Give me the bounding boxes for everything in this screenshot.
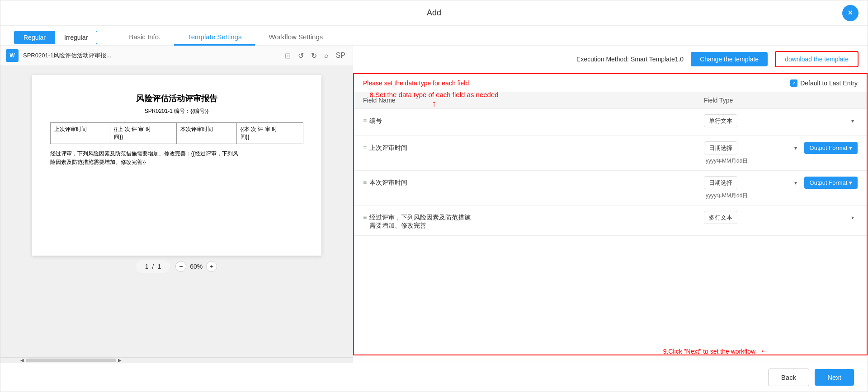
rotate-left-icon[interactable]: ↺ <box>296 51 306 61</box>
field-row-name: ≡ 经过评审，下列风险因素及防范措施 需要增加、修改完善 <box>363 211 704 230</box>
tab-regular[interactable]: Regular <box>14 31 55 44</box>
field-name-text: 经过评审，下列风险因素及防范措施 需要增加、修改完善 <box>369 214 471 230</box>
change-template-button[interactable]: Change the template <box>691 52 768 66</box>
back-button[interactable]: Back <box>768 369 809 386</box>
field-type-row: 多行文本 <box>704 211 858 224</box>
field-name-text: 上次评审时间 <box>369 144 407 152</box>
field-type-select-wrapper: 日期选择 <box>704 176 801 189</box>
field-panel: Please set the data type for each field.… <box>353 73 868 355</box>
doc-paragraph: 经过评审，下列风险因素及防范措施需要增加、修改完善：{{经过评审，下列风险因素及… <box>50 149 303 167</box>
field-type-select-wrapper: 单行文本 <box>704 114 858 127</box>
right-top-wrapper: Click to change or download the template… <box>353 46 868 73</box>
default-last-entry: ✓ Default to Last Entry <box>790 79 858 87</box>
search-icon[interactable]: ⌕ <box>322 51 330 61</box>
default-last-entry-checkbox[interactable]: ✓ <box>790 79 797 87</box>
table-cell-label1: 上次评审时间 <box>50 123 110 144</box>
pagination-info: 1 / 1 <box>136 260 170 273</box>
nav-tabs: Basic Info. Template Settings Workflow S… <box>115 29 336 45</box>
zoom-out-button[interactable]: − <box>175 261 186 272</box>
scroll-left-arrow[interactable]: ◀ <box>19 357 26 363</box>
doc-page: 风险评估活动评审报告 SPR0201-1 编号：{{编号}} 上次评审时间 {{… <box>32 75 321 256</box>
field-row-name: ≡ 编号 <box>363 114 704 125</box>
page-current: 1 <box>145 263 149 270</box>
field-type-select[interactable]: 日期选择 <box>704 176 737 189</box>
field-name-text: 编号 <box>369 117 382 125</box>
field-row-name: ≡ 上次评审时间 <box>363 141 704 152</box>
doc-panel: W SPR0201-1风险评估活动评审报... ⊡ ↺ ↻ ⌕ SP 风险评估活… <box>0 46 353 363</box>
field-row-name: ≡ 本次评审时间 <box>363 176 704 187</box>
table-cell-val2: {{本 次 评 审 时间}} <box>236 123 303 144</box>
toolbar-icons: ⊡ ↺ ↻ ⌕ SP <box>283 51 347 61</box>
field-type-row: 日期选择 Output Format <box>704 141 858 154</box>
doc-page-title: 风险评估活动评审报告 <box>50 93 303 104</box>
doc-page-subtitle: SPR0201-1 编号：{{编号}} <box>50 107 303 115</box>
right-panel: Click to change or download the template… <box>353 46 868 363</box>
sp-icon[interactable]: SP <box>334 51 347 61</box>
field-type-select-wrapper: 日期选择 <box>704 141 801 154</box>
field-row-type: 日期选择 Output Format yyyy年MM月dd日 <box>704 141 858 165</box>
list-icon: ≡ <box>363 117 367 124</box>
doc-table: 上次评审时间 {{上 次 评 审 时间}} 本次评审时间 {{本 次 评 审 时… <box>50 122 303 144</box>
field-type-select[interactable]: 单行文本 <box>704 114 737 127</box>
field-type-select-wrapper: 多行文本 <box>704 211 858 224</box>
field-table-header: Field Name Field Type <box>354 92 867 109</box>
zoom-level: 60% <box>190 263 203 270</box>
field-type-row: 日期选择 Output Format <box>704 176 858 189</box>
field-panel-message: Please set the data type for each field. <box>363 79 471 87</box>
tab-irregular[interactable]: Irregular <box>55 31 97 44</box>
doc-preview-area: 风险评估活动评审报告 SPR0201-1 编号：{{编号}} 上次评审时间 {{… <box>0 66 353 357</box>
modal-header: Add × <box>0 0 868 26</box>
doc-pagination: 1 / 1 − 60% + <box>132 256 222 277</box>
h-scroll-thumb[interactable] <box>26 359 116 362</box>
field-row: ≡ 上次评审时间 日期选择 Output Format <box>354 136 867 171</box>
modal-title: Add <box>427 8 441 18</box>
field-panel-header: Please set the data type for each field.… <box>354 74 867 92</box>
page-sep: / <box>152 263 154 270</box>
field-row-type: 日期选择 Output Format yyyy年MM月dd日 <box>704 176 858 200</box>
table-cell-label2: 本次评审时间 <box>176 123 236 144</box>
zoom-control: − 60% + <box>175 261 217 272</box>
next-button[interactable]: Next <box>815 369 854 386</box>
tab-template-settings[interactable]: Template Settings <box>174 29 255 46</box>
field-rows: ≡ 编号 单行文本 <box>354 109 867 236</box>
field-name-text: 本次评审时间 <box>369 179 407 187</box>
field-type-select[interactable]: 日期选择 <box>704 141 737 154</box>
bottom-annotation-wrapper: 9.Click "Next" to set the workflow ← <box>353 355 868 363</box>
field-type-select[interactable]: 多行文本 <box>704 211 737 224</box>
close-button[interactable]: × <box>842 5 859 21</box>
output-format-button[interactable]: Output Format <box>804 142 858 154</box>
list-icon: ≡ <box>363 144 367 151</box>
rotate-right-icon[interactable]: ↻ <box>309 51 319 61</box>
field-type-col-header: Field Type <box>704 97 858 104</box>
scroll-right-arrow[interactable]: ▶ <box>116 357 123 363</box>
format-hint: yyyy年MM月dd日 <box>704 192 858 200</box>
table-cell-val1: {{上 次 评 审 时间}} <box>110 123 177 144</box>
right-top-bar: Execution Method: Smart Template1.0 Chan… <box>353 46 868 73</box>
execution-label: Execution Method: Smart Template1.0 <box>576 56 684 63</box>
field-name-col-header: Field Name <box>363 97 704 104</box>
page-total: 1 <box>157 263 161 270</box>
field-row: ≡ 本次评审时间 日期选择 Output Format <box>354 171 867 205</box>
field-row-type: 多行文本 <box>704 211 858 224</box>
doc-toolbar: W SPR0201-1风险评估活动评审报... ⊡ ↺ ↻ ⌕ SP <box>0 46 353 66</box>
tab-row: Regular Irregular Basic Info. Template S… <box>0 26 868 46</box>
h-scrollbar[interactable]: ◀ ▶ <box>0 357 353 363</box>
download-template-button[interactable]: download the template <box>775 51 859 67</box>
field-type-row: 单行文本 <box>704 114 858 127</box>
type-tab-group: Regular Irregular <box>14 31 97 44</box>
format-hint: yyyy年MM月dd日 <box>704 157 858 165</box>
field-row-type: 单行文本 <box>704 114 858 127</box>
tab-workflow-settings[interactable]: Workflow Settings <box>255 29 336 46</box>
modal-container: Add × Regular Irregular Basic Info. Temp… <box>0 0 868 392</box>
modal-footer: Back Next <box>0 363 868 392</box>
output-format-button[interactable]: Output Format <box>804 177 858 189</box>
doc-type-icon: W <box>6 49 19 62</box>
field-row: ≡ 经过评审，下列风险因素及防范措施 需要增加、修改完善 多行文本 <box>354 205 867 236</box>
field-row: ≡ 编号 单行文本 <box>354 109 867 136</box>
tab-basic-info[interactable]: Basic Info. <box>115 29 174 46</box>
doc-filename: SPR0201-1风险评估活动评审报... <box>23 51 278 60</box>
zoom-in-button[interactable]: + <box>206 261 217 272</box>
default-last-entry-label: Default to Last Entry <box>800 79 858 87</box>
split-view-icon[interactable]: ⊡ <box>283 51 292 61</box>
main-content: 8.Set the data type of each field as nee… <box>0 46 868 363</box>
